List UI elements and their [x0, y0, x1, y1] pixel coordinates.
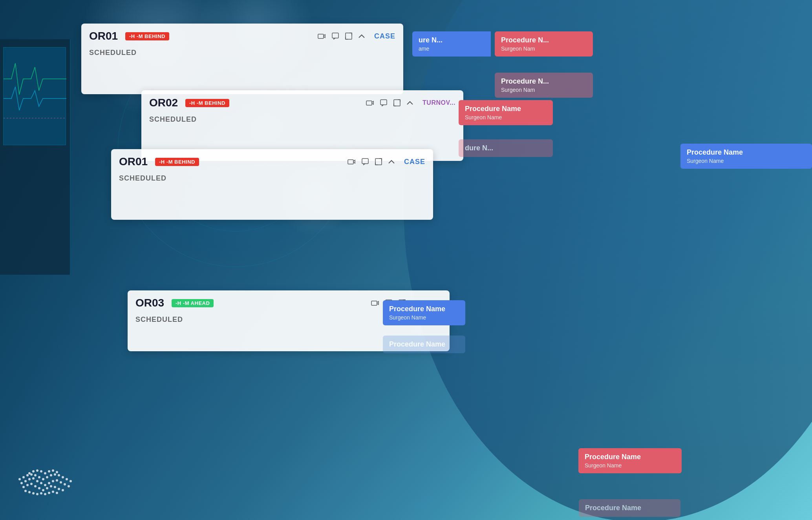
proc-or03-light-blue-name: Procedure Name — [389, 340, 459, 348]
proc-far-bottom-name: Procedure Name — [585, 504, 674, 512]
or01-mid-chat-icon[interactable] — [362, 158, 369, 165]
or02-room-name: OR02 — [149, 97, 181, 109]
svg-point-18 — [42, 478, 44, 480]
svg-point-29 — [32, 477, 35, 480]
or02-behind-badge: -H -M BEHIND — [185, 99, 229, 107]
svg-point-32 — [44, 484, 46, 486]
or01-mid-scheduled: SCHEDULED — [111, 171, 433, 189]
svg-point-34 — [52, 480, 54, 482]
or01-mid-room-name: OR01 — [119, 155, 150, 168]
svg-point-50 — [28, 472, 31, 474]
svg-point-45 — [46, 487, 48, 489]
svg-point-23 — [62, 476, 64, 478]
svg-point-61 — [36, 493, 38, 495]
proc-mid-light-red-surgeon: Surgeon Nam — [501, 87, 587, 93]
or01-top-chevron-icon[interactable] — [358, 34, 365, 38]
or02-scheduled: SCHEDULED — [141, 112, 463, 130]
proc-mid-light-red2-name: dure N... — [465, 144, 547, 152]
or02-turnover-button[interactable]: TURNOV... — [422, 99, 455, 106]
or01-top-chat-icon[interactable] — [332, 33, 339, 40]
or01-mid-expand-icon[interactable] — [375, 158, 382, 165]
or01-mid-camera-icon[interactable] — [347, 159, 355, 165]
svg-point-57 — [56, 471, 58, 473]
svg-rect-4 — [380, 100, 387, 105]
svg-point-37 — [64, 483, 66, 485]
svg-point-46 — [50, 485, 52, 487]
svg-point-65 — [52, 491, 54, 493]
or01-mid-chevron-icon[interactable] — [388, 160, 395, 164]
proc-card-or03-light-blue: Procedure Name — [383, 336, 465, 353]
svg-point-59 — [28, 491, 31, 493]
svg-point-25 — [69, 480, 72, 482]
or03-ahead-badge: -H -M AHEAD — [172, 299, 214, 307]
proc-far-right-blue-surgeon: Surgeon Name — [687, 158, 806, 164]
or01-top-scheduled: SCHEDULED — [81, 46, 403, 63]
svg-point-28 — [28, 478, 31, 480]
svg-point-55 — [48, 470, 50, 473]
proc-mid-light-red-name: Procedure N... — [501, 77, 587, 86]
or01-top-camera-icon[interactable] — [318, 33, 326, 39]
svg-point-15 — [30, 473, 33, 476]
svg-point-49 — [62, 489, 64, 491]
or01-top-icon-group: CASE — [318, 32, 395, 40]
or02-expand-icon[interactable] — [393, 99, 401, 106]
svg-point-22 — [58, 474, 60, 476]
svg-point-21 — [54, 473, 56, 476]
svg-point-27 — [24, 480, 27, 482]
proc-card-far-bottom: Procedure Name — [579, 499, 680, 517]
or02-chat-icon[interactable] — [380, 99, 387, 106]
svg-point-42 — [34, 485, 37, 487]
svg-rect-6 — [348, 160, 353, 164]
svg-point-63 — [44, 493, 46, 495]
svg-point-47 — [54, 486, 56, 488]
svg-point-64 — [48, 492, 50, 494]
svg-point-31 — [40, 482, 42, 484]
svg-point-53 — [40, 470, 42, 473]
dots-logo — [16, 456, 82, 504]
proc-card-top-blue: ure N... ame — [412, 31, 491, 57]
or03-camera-icon[interactable] — [371, 300, 379, 306]
svg-point-16 — [34, 474, 37, 476]
svg-point-56 — [52, 469, 54, 472]
svg-rect-2 — [346, 33, 352, 39]
svg-point-24 — [66, 478, 68, 480]
proc-card-bottom-red: Procedure Name Surgeon Name — [578, 448, 682, 473]
svg-point-60 — [32, 492, 35, 494]
svg-point-26 — [20, 482, 23, 484]
or03-room-name: OR03 — [135, 297, 167, 309]
or02-camera-icon[interactable] — [366, 100, 374, 106]
or01-mid-case-button[interactable]: CASE — [404, 158, 425, 166]
svg-point-20 — [50, 474, 52, 476]
or01-mid-header: OR01 -H -M BEHIND — [111, 149, 433, 171]
svg-point-40 — [26, 484, 29, 486]
svg-point-54 — [44, 472, 46, 474]
svg-rect-8 — [375, 159, 382, 165]
svg-rect-0 — [318, 34, 324, 38]
proc-far-right-blue-name: Procedure Name — [687, 148, 806, 157]
proc-top-red-name: Procedure N... — [501, 36, 587, 44]
proc-mid-red-name: Procedure Name — [465, 105, 547, 113]
svg-point-38 — [68, 485, 70, 487]
proc-or03-blue-surgeon: Surgeon Name — [389, 314, 459, 321]
proc-bottom-red-name: Procedure Name — [585, 453, 675, 461]
or01-top-case-button[interactable]: CASE — [374, 32, 395, 40]
proc-top-blue-surgeon: ame — [419, 46, 485, 52]
svg-point-35 — [56, 479, 58, 482]
svg-rect-9 — [371, 301, 377, 305]
svg-point-36 — [60, 481, 62, 484]
svg-point-33 — [48, 482, 50, 484]
or02-chevron-icon[interactable] — [407, 101, 413, 105]
svg-point-43 — [38, 487, 40, 489]
or01-mid-icon-group: CASE — [347, 158, 425, 166]
svg-rect-1 — [332, 33, 338, 38]
svg-point-58 — [24, 490, 27, 492]
proc-card-mid-red: Procedure Name Surgeon Name — [459, 100, 553, 125]
proc-card-mid-light-red: Procedure N... Surgeon Nam — [495, 73, 593, 98]
or01-top-room-name: OR01 — [89, 30, 121, 42]
svg-point-44 — [42, 489, 44, 491]
proc-or03-blue-name: Procedure Name — [389, 305, 459, 313]
svg-rect-5 — [394, 100, 400, 106]
or01-top-expand-icon[interactable] — [345, 33, 352, 40]
svg-point-14 — [26, 474, 29, 476]
proc-mid-red-surgeon: Surgeon Name — [465, 114, 547, 120]
